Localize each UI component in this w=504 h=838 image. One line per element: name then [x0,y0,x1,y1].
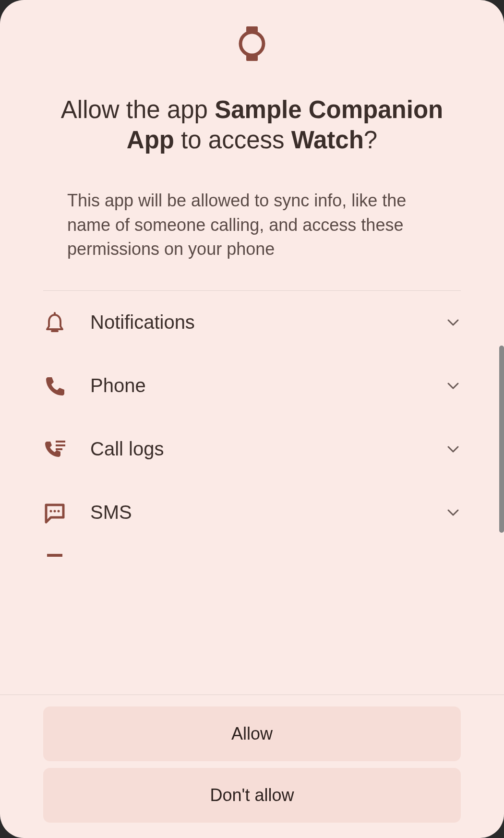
title-middle: to access [174,126,291,154]
svg-point-2 [240,32,264,55]
permission-dialog: Allow the app Sample Companion App to ac… [0,0,504,838]
phone-icon [43,374,66,397]
title-prefix: Allow the app [61,96,215,123]
svg-point-7 [54,510,56,512]
title-target: Watch [291,126,364,154]
permissions-list[interactable]: Notifications Phone [43,290,461,694]
deny-button[interactable]: Don't allow [43,768,461,823]
svg-rect-5 [56,448,62,450]
dialog-buttons: Allow Don't allow [0,694,504,838]
watch-icon [239,26,265,61]
permission-item-notifications[interactable]: Notifications [43,291,461,354]
svg-point-6 [50,510,52,512]
dialog-description: This app will be allowed to sync info, l… [19,189,485,261]
allow-button[interactable]: Allow [43,706,461,761]
svg-rect-3 [56,441,65,443]
title-suffix: ? [364,126,377,154]
call-logs-icon [43,438,66,461]
permission-label: Notifications [90,311,421,333]
watch-icon-wrapper [19,26,485,61]
chevron-down-icon [445,378,461,394]
permission-label: Call logs [90,438,421,460]
svg-point-8 [58,510,60,512]
chevron-down-icon [445,505,461,520]
permission-label: SMS [90,502,421,523]
permission-item-call-logs[interactable]: Call logs [43,418,461,481]
dialog-title: Allow the app Sample Companion App to ac… [19,95,485,155]
chevron-down-icon [445,315,461,330]
permission-item-partial[interactable] [43,544,461,564]
scrollbar[interactable] [499,346,504,533]
sms-icon [43,501,66,524]
partial-icon [43,553,66,564]
dialog-header: Allow the app Sample Companion App to ac… [0,0,504,290]
permission-item-phone[interactable]: Phone [43,354,461,418]
notifications-icon [43,311,66,334]
permission-label: Phone [90,375,421,396]
svg-rect-4 [56,444,65,446]
permission-item-sms[interactable]: SMS [43,481,461,544]
svg-rect-9 [47,554,62,557]
chevron-down-icon [445,442,461,457]
